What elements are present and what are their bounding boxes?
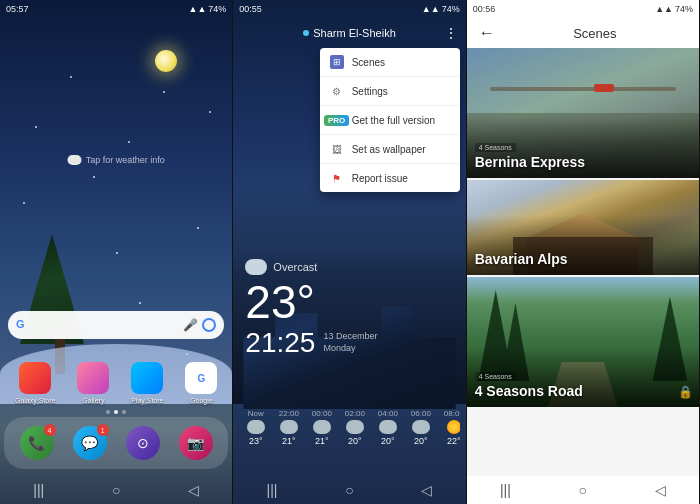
nav-home-button[interactable]: ○ — [106, 480, 126, 500]
scene-bernina-name: Bernina Express — [475, 154, 675, 170]
home-screen-panel: 05:57 ▲▲ 74% Tap for weather info G 🎤 Ga… — [0, 0, 233, 504]
weather-tap-text: Tap for weather info — [86, 155, 165, 165]
pro-menu-icon: PRO — [330, 113, 344, 127]
mic-icon[interactable]: 🎤 — [184, 318, 196, 332]
date-info: 13 December Monday — [323, 330, 377, 355]
forecast-time-2200: 22:00 — [279, 409, 299, 418]
status-left: 05:57 — [6, 4, 29, 14]
scene-bernina-tag: 4 Seasons — [475, 143, 516, 152]
nav-bar: ||| ○ ◁ — [233, 476, 465, 504]
forecast-temp-0000: 21° — [315, 436, 329, 446]
report-issue-label: Report issue — [352, 173, 408, 184]
weather-tap-hint[interactable]: Tap for weather info — [68, 155, 165, 165]
scene-card-bavarian[interactable]: Bavarian Alps — [467, 180, 699, 275]
dropdown-menu: ⊞ Scenes ⚙ Settings PRO Get the full ver… — [320, 48, 460, 192]
bixby-dock-icon[interactable]: ⊙ — [126, 426, 160, 460]
nav-back-button[interactable]: ◁ — [417, 480, 437, 500]
forecast-icon-0800 — [447, 420, 460, 434]
menu-set-wallpaper[interactable]: 🖼 Set as wallpaper — [320, 135, 460, 164]
settings-menu-icon: ⚙ — [330, 84, 344, 98]
scene-bavarian-labels: Bavarian Alps — [475, 251, 675, 267]
google-app[interactable]: G Google — [185, 362, 217, 404]
nav-menu-button[interactable]: ||| — [262, 480, 282, 500]
forecast-time-0800: 08:00 — [444, 409, 460, 418]
menu-dots-button[interactable]: ⋮ — [444, 25, 458, 41]
status-battery: 74% — [208, 4, 226, 14]
messages-badge: 1 — [97, 424, 109, 436]
forecast-0200: 02:00 20° — [338, 409, 371, 446]
status-time: 00:55 — [239, 4, 262, 14]
scene-card-4seasons[interactable]: 4 Seasons 4 Seasons Road 🔒 — [467, 277, 699, 407]
forecast-icon-0000 — [313, 420, 331, 434]
status-bar: 00:55 ▲▲ 74% — [233, 0, 465, 18]
menu-scenes[interactable]: ⊞ Scenes — [320, 48, 460, 77]
scene-4seasons-lock: 🔒 — [678, 385, 693, 399]
play-store-icon — [131, 362, 163, 394]
scenes-list: 4 Seasons Bernina Express Bavarian Alps — [467, 48, 699, 476]
overcast-row: Overcast — [245, 259, 453, 275]
date-line2: Monday — [323, 342, 377, 355]
forecast-0000: 00:00 21° — [305, 409, 338, 446]
dot-1 — [106, 410, 110, 414]
menu-report-issue[interactable]: ⚑ Report issue — [320, 164, 460, 192]
gallery-app[interactable]: Gallery — [77, 362, 109, 404]
weather-header: Sharm El-Sheikh ⋮ — [233, 18, 465, 48]
forecast-2200: 22:00 21° — [272, 409, 305, 446]
status-left: 00:55 — [239, 4, 262, 14]
forecast-0600: 06:00 20° — [404, 409, 437, 446]
forecast-time-0400: 04:00 — [378, 409, 398, 418]
google-icon: G — [185, 362, 217, 394]
nav-bar: ||| ○ ◁ — [0, 476, 232, 504]
google-label: Google — [190, 397, 213, 404]
play-store-app[interactable]: Play Store — [131, 362, 163, 404]
forecast-0800: 08:00 22° — [437, 409, 459, 446]
forecast-temp-0600: 20° — [414, 436, 428, 446]
status-time: 00:56 — [473, 4, 496, 14]
status-left: 00:56 — [473, 4, 496, 14]
dot-2 — [114, 410, 118, 414]
back-button[interactable]: ← — [475, 20, 499, 46]
nav-back-button[interactable]: ◁ — [650, 480, 670, 500]
nav-home-button[interactable]: ○ — [339, 480, 359, 500]
nav-bar: ||| ○ ◁ — [467, 476, 699, 504]
forecast-icon-0400 — [379, 420, 397, 434]
forecast-temp-0800: 22° — [447, 436, 460, 446]
forecast-time-0600: 06:00 — [411, 409, 431, 418]
dot-3 — [122, 410, 126, 414]
nav-menu-button[interactable]: ||| — [495, 480, 515, 500]
weather-content: Overcast 23° 21:25 13 December Monday — [233, 259, 465, 359]
phone-badge: 4 — [44, 424, 56, 436]
forecast-0400: 04:00 20° — [371, 409, 404, 446]
nav-home-button[interactable]: ○ — [573, 480, 593, 500]
nav-menu-button[interactable]: ||| — [29, 480, 49, 500]
nav-back-button[interactable]: ◁ — [184, 480, 204, 500]
scene-bavarian-name: Bavarian Alps — [475, 251, 675, 267]
camera-dock-icon[interactable]: 📷 — [179, 426, 213, 460]
scene-bernina-labels: 4 Seasons Bernina Express — [475, 136, 675, 170]
play-store-label: Play Store — [131, 397, 163, 404]
forecast-scroll: Now 23° 22:00 21° 00:00 21° 02:00 20° 04… — [239, 409, 459, 446]
messages-dock-icon[interactable]: 💬 1 — [73, 426, 107, 460]
forecast-icon-0200 — [346, 420, 364, 434]
scenes-panel: 00:56 ▲▲ 74% ← Scenes 4 Seasons — [467, 0, 700, 504]
scenes-menu-icon: ⊞ — [330, 55, 344, 69]
app-dock: 📞 4 💬 1 ⊙ 📷 — [4, 417, 228, 469]
google-search-bar[interactable]: G 🎤 — [8, 311, 224, 339]
scene-card-bernina[interactable]: 4 Seasons Bernina Express — [467, 48, 699, 178]
galaxy-store-app[interactable]: Galaxy Store — [15, 362, 55, 404]
forecast-temp-0400: 20° — [381, 436, 395, 446]
time-display: 21:25 — [245, 327, 315, 359]
status-battery: 74% — [442, 4, 460, 14]
menu-settings[interactable]: ⚙ Settings — [320, 77, 460, 106]
phone-dock-icon[interactable]: 📞 4 — [20, 426, 54, 460]
date-line1: 13 December — [323, 330, 377, 343]
status-bar: 05:57 ▲▲ 74% — [0, 0, 232, 18]
forecast-icon-2200 — [280, 420, 298, 434]
gallery-icon — [77, 362, 109, 394]
forecast-temp-2200: 21° — [282, 436, 296, 446]
menu-full-version[interactable]: PRO Get the full version — [320, 106, 460, 135]
settings-menu-label: Settings — [352, 86, 388, 97]
full-version-label: Get the full version — [352, 115, 435, 126]
forecast-time-0200: 02:00 — [345, 409, 365, 418]
lens-icon[interactable] — [202, 318, 216, 332]
